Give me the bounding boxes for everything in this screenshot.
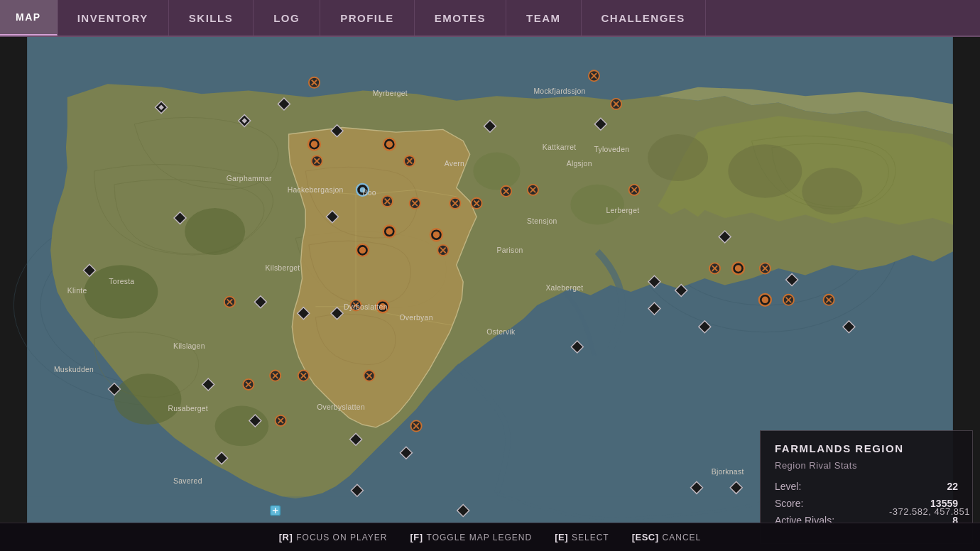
svg-text:Garphammar: Garphammar	[227, 175, 272, 182]
svg-text:Hackebergasjon: Hackebergasjon	[288, 186, 344, 194]
svg-point-13	[802, 168, 862, 214]
svg-point-25	[311, 141, 317, 147]
top-navigation: MAP INVENTORY SKILLS LOG PROFILE EMOTES …	[0, 0, 980, 37]
nav-emotes[interactable]: EMOTES	[415, 0, 506, 36]
svg-text:Kilslagen: Kilslagen	[173, 342, 205, 350]
svg-text:Stensjon: Stensjon	[527, 217, 557, 225]
hotkey-cancel: [ESC] CANCEL	[632, 532, 702, 542]
svg-point-11	[648, 134, 708, 181]
svg-text:Boo: Boo	[362, 189, 376, 197]
svg-text:Overbyslatten: Overbyslatten	[317, 403, 365, 411]
svg-point-5	[84, 265, 158, 319]
hotkey-focus-label: FOCUS ON PLAYER	[296, 533, 387, 542]
nav-challenges[interactable]: CHALLENGES	[582, 0, 706, 36]
svg-text:Ostervik: Ostervik	[486, 328, 516, 336]
svg-text:Avern: Avern	[445, 160, 464, 168]
svg-text:Kilsberget: Kilsberget	[266, 264, 300, 272]
svg-point-67	[386, 228, 393, 234]
hotkey-e-key: [E]	[555, 532, 568, 542]
svg-point-8	[215, 406, 269, 447]
svg-point-113	[762, 297, 768, 303]
svg-text:Bjorknast: Bjorknast	[712, 468, 744, 476]
hotkey-legend: [F] TOGGLE MAP LEGEND	[410, 532, 532, 542]
stat-row-level: Level: 22	[775, 481, 958, 492]
svg-point-7	[114, 373, 181, 425]
svg-point-12	[728, 144, 802, 198]
svg-text:Parison: Parison	[496, 246, 523, 254]
svg-text:Rusaberget: Rusaberget	[168, 405, 208, 413]
hotkey-r-key: [R]	[279, 532, 293, 542]
nav-skills[interactable]: SKILLS	[169, 0, 254, 36]
stat-label-score: Score:	[775, 498, 803, 509]
svg-text:Myrberget: Myrberget	[373, 89, 408, 97]
stat-value-level: 22	[947, 481, 958, 492]
svg-text:Algsjon: Algsjon	[567, 160, 592, 168]
svg-text:Toresta: Toresta	[109, 278, 134, 285]
svg-point-69	[359, 247, 366, 253]
region-subtitle: Region Rival Stats	[775, 460, 958, 471]
hotkey-esc-key: [ESC]	[632, 532, 659, 542]
hotkey-cancel-label: CANCEL	[663, 533, 702, 542]
hotkey-legend-label: TOGGLE MAP LEGEND	[427, 533, 533, 542]
hotkey-f-key: [F]	[410, 532, 423, 542]
nav-log[interactable]: LOG	[254, 0, 320, 36]
svg-text:Kattkarret: Kattkarret	[543, 143, 577, 151]
svg-text:Klinte: Klinte	[67, 287, 87, 295]
bottom-hotkey-bar: [R] FOCUS ON PLAYER [F] TOGGLE MAP LEGEN…	[0, 523, 980, 551]
svg-text:Xaleberget: Xaleberget	[545, 284, 583, 292]
nav-profile[interactable]: PROFILE	[320, 0, 415, 36]
svg-text:Mockfjardssjon: Mockfjardssjon	[533, 87, 585, 95]
svg-text:Tyloveden: Tyloveden	[594, 146, 629, 153]
svg-text:Muskudden: Muskudden	[54, 366, 94, 373]
map-coordinates: -372.582, 457.851	[889, 506, 970, 517]
hotkey-select-label: SELECT	[572, 533, 609, 542]
region-title: FARMLANDS REGION	[775, 442, 958, 454]
nav-map[interactable]: MAP	[0, 0, 58, 36]
nav-inventory[interactable]: INVENTORY	[58, 0, 169, 36]
svg-point-27	[386, 141, 393, 147]
svg-point-107	[735, 265, 741, 271]
stat-label-level: Level:	[775, 481, 801, 492]
svg-text:Lerberget: Lerberget	[606, 207, 639, 214]
svg-point-71	[433, 231, 440, 238]
nav-team[interactable]: TEAM	[506, 0, 582, 36]
svg-text:Dyrboslatten: Dyrboslatten	[344, 303, 388, 311]
svg-point-10	[570, 185, 624, 225]
hotkey-select: [E] SELECT	[555, 532, 609, 542]
svg-text:Overbyan: Overbyan	[399, 314, 432, 322]
svg-text:Savered: Savered	[173, 477, 202, 485]
svg-point-9	[473, 152, 520, 190]
hotkey-focus: [R] FOCUS ON PLAYER	[279, 532, 388, 542]
svg-point-6	[185, 208, 245, 255]
